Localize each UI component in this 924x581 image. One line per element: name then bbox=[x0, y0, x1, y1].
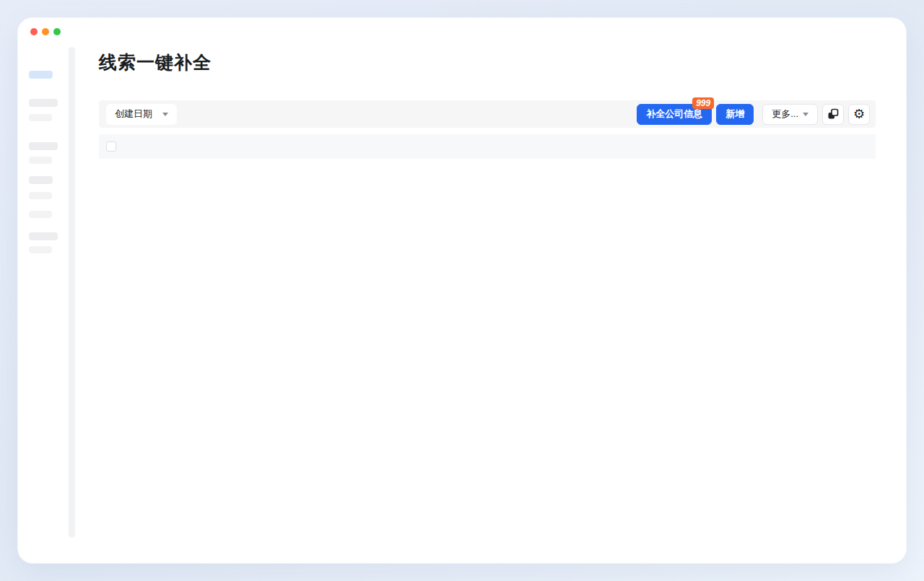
zoom-window-button[interactable] bbox=[53, 28, 61, 35]
page-title: 线索一键补全 bbox=[99, 51, 876, 74]
switch-view-button[interactable] bbox=[822, 104, 844, 125]
filter-label: 创建日期 bbox=[115, 108, 152, 121]
skeleton-bar bbox=[29, 99, 58, 107]
header-checkbox-cell bbox=[99, 141, 128, 152]
skeleton-bar bbox=[29, 142, 58, 150]
browser-window: 线索一键补全 创建日期 补全公司信息 999 新增 更多... bbox=[18, 18, 906, 563]
chevron-down-icon bbox=[803, 113, 808, 116]
skeleton-bar bbox=[29, 211, 52, 218]
chevron-down-icon bbox=[162, 113, 168, 116]
skeleton-bar bbox=[29, 176, 53, 184]
overlap-squares-icon bbox=[827, 108, 839, 120]
select-all-checkbox[interactable] bbox=[106, 141, 116, 152]
toolbar: 创建日期 补全公司信息 999 新增 更多... bbox=[99, 100, 876, 128]
main-content: 线索一键补全 创建日期 补全公司信息 999 新增 更多... bbox=[99, 18, 876, 159]
skeleton-bar bbox=[29, 114, 52, 121]
close-window-button[interactable] bbox=[30, 28, 38, 35]
settings-button[interactable]: ⚙ bbox=[848, 104, 870, 125]
skeleton-bar bbox=[29, 246, 52, 253]
count-badge: 999 bbox=[692, 97, 714, 109]
more-button-label: 更多... bbox=[772, 108, 798, 121]
sidebar-divider-bar bbox=[69, 47, 75, 538]
skeleton-bar bbox=[29, 192, 52, 199]
skeleton-bar bbox=[29, 157, 52, 164]
table-header bbox=[99, 134, 876, 159]
window-controls bbox=[30, 28, 61, 35]
skeleton-bar-active bbox=[29, 71, 53, 79]
skeleton-bar bbox=[29, 232, 58, 240]
more-button[interactable]: 更多... bbox=[762, 104, 818, 125]
complete-company-info-wrap: 补全公司信息 999 bbox=[637, 104, 712, 125]
gear-icon: ⚙ bbox=[853, 108, 865, 121]
minimize-window-button[interactable] bbox=[42, 28, 49, 35]
desktop-background: 线索一键补全 创建日期 补全公司信息 999 新增 更多... bbox=[0, 0, 924, 581]
add-button[interactable]: 新增 bbox=[716, 104, 754, 125]
create-date-filter-dropdown[interactable]: 创建日期 bbox=[106, 104, 177, 125]
